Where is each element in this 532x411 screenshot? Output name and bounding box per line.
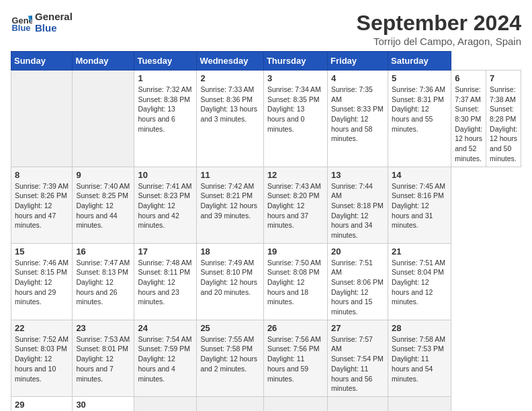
day-info: Sunrise: 7:33 AMSunset: 8:36 PMDaylight:…: [200, 85, 260, 124]
day-number: 17: [138, 246, 193, 257]
day-info: Sunrise: 7:37 AMSunset: 8:30 PMDaylight:…: [455, 85, 482, 164]
calendar-cell: 16Sunrise: 7:47 AMSunset: 8:13 PMDayligh…: [73, 243, 134, 320]
day-number: 8: [15, 170, 69, 180]
day-number: 27: [331, 323, 384, 333]
calendar-cell: 4Sunrise: 7:35 AMSunset: 8:33 PMDaylight…: [328, 71, 388, 167]
day-number: 6: [455, 73, 482, 83]
svg-text:Blue: Blue: [12, 23, 31, 33]
day-info: Sunrise: 7:46 AMSunset: 8:15 PMDaylight:…: [15, 258, 69, 307]
calendar-cell: 13Sunrise: 7:44 AMSunset: 8:18 PMDayligh…: [328, 167, 388, 243]
calendar-cell: 28Sunrise: 7:58 AMSunset: 7:53 PMDayligh…: [388, 320, 451, 396]
calendar-header-thursday: Thursday: [263, 52, 327, 71]
day-number: 13: [331, 170, 384, 180]
day-info: Sunrise: 7:36 AMSunset: 8:31 PMDaylight:…: [392, 85, 447, 134]
day-info: Sunrise: 7:44 AMSunset: 8:18 PMDaylight:…: [331, 181, 384, 240]
day-info: Sunrise: 7:34 AMSunset: 8:35 PMDaylight:…: [267, 85, 324, 134]
calendar-cell: 19Sunrise: 7:50 AMSunset: 8:08 PMDayligh…: [263, 243, 327, 320]
calendar-cell: 6Sunrise: 7:37 AMSunset: 8:30 PMDaylight…: [451, 71, 486, 167]
day-info: Sunrise: 7:51 AMSunset: 8:06 PMDaylight:…: [331, 258, 384, 317]
day-number: 22: [15, 323, 69, 333]
calendar-header-saturday: Saturday: [388, 52, 451, 71]
day-info: Sunrise: 7:49 AMSunset: 8:10 PMDaylight:…: [200, 258, 260, 298]
logo-icon: General Blue: [11, 11, 32, 33]
day-number: 10: [138, 170, 193, 180]
day-info: Sunrise: 7:52 AMSunset: 8:03 PMDaylight:…: [15, 334, 69, 383]
calendar-cell: 14Sunrise: 7:45 AMSunset: 8:16 PMDayligh…: [388, 167, 451, 243]
day-info: Sunrise: 7:48 AMSunset: 8:11 PMDaylight:…: [138, 258, 193, 307]
logo-general: General: [35, 11, 73, 22]
day-info: Sunrise: 7:32 AMSunset: 8:38 PMDaylight:…: [138, 85, 193, 134]
day-number: 3: [267, 73, 324, 83]
day-number: 5: [392, 73, 447, 83]
calendar-cell: 26Sunrise: 7:56 AMSunset: 7:56 PMDayligh…: [263, 320, 327, 396]
calendar-cell: 2Sunrise: 7:33 AMSunset: 8:36 PMDaylight…: [197, 71, 264, 167]
calendar-header-row: SundayMondayTuesdayWednesdayThursdayFrid…: [11, 52, 521, 71]
day-info: Sunrise: 7:42 AMSunset: 8:21 PMDaylight:…: [200, 181, 260, 221]
calendar-cell: [134, 396, 197, 411]
day-number: 1: [138, 73, 193, 83]
day-info: Sunrise: 7:47 AMSunset: 8:13 PMDaylight:…: [76, 258, 130, 307]
calendar-cell: 10Sunrise: 7:41 AMSunset: 8:23 PMDayligh…: [134, 167, 197, 243]
logo: General Blue General Blue: [11, 11, 73, 34]
day-number: 4: [331, 73, 384, 83]
calendar-cell: [388, 396, 451, 411]
calendar-cell: 20Sunrise: 7:51 AMSunset: 8:06 PMDayligh…: [328, 243, 388, 320]
calendar-cell: 23Sunrise: 7:53 AMSunset: 8:01 PMDayligh…: [73, 320, 134, 396]
calendar-cell: 15Sunrise: 7:46 AMSunset: 8:15 PMDayligh…: [11, 243, 73, 320]
day-info: Sunrise: 7:50 AMSunset: 8:08 PMDaylight:…: [267, 258, 324, 307]
location: Torrijo del Campo, Aragon, Spain: [357, 36, 521, 47]
day-number: 29: [15, 400, 69, 410]
calendar-header-wednesday: Wednesday: [197, 52, 264, 71]
calendar-cell: 22Sunrise: 7:52 AMSunset: 8:03 PMDayligh…: [11, 320, 73, 396]
day-number: 12: [267, 170, 324, 180]
day-info: Sunrise: 7:41 AMSunset: 8:23 PMDaylight:…: [138, 181, 193, 230]
calendar-cell: 11Sunrise: 7:42 AMSunset: 8:21 PMDayligh…: [197, 167, 264, 243]
day-number: 11: [200, 170, 260, 180]
day-number: 23: [76, 323, 130, 333]
day-number: 18: [200, 246, 260, 257]
calendar-header-monday: Monday: [73, 52, 134, 71]
day-number: 24: [138, 323, 193, 333]
calendar-cell: [73, 71, 134, 167]
day-number: 16: [76, 246, 130, 257]
calendar-cell: 5Sunrise: 7:36 AMSunset: 8:31 PMDaylight…: [388, 71, 451, 167]
calendar-cell: 8Sunrise: 7:39 AMSunset: 8:26 PMDaylight…: [11, 167, 73, 243]
day-info: Sunrise: 7:56 AMSunset: 7:56 PMDaylight:…: [267, 334, 324, 383]
calendar-cell: 7Sunrise: 7:38 AMSunset: 8:28 PMDaylight…: [486, 71, 521, 167]
day-info: Sunrise: 7:54 AMSunset: 7:59 PMDaylight:…: [138, 334, 193, 383]
calendar-cell: 9Sunrise: 7:40 AMSunset: 8:25 PMDaylight…: [73, 167, 134, 243]
day-number: 14: [392, 170, 447, 180]
day-number: 19: [267, 246, 324, 257]
calendar-cell: 3Sunrise: 7:34 AMSunset: 8:35 PMDaylight…: [263, 71, 327, 167]
day-info: Sunrise: 7:39 AMSunset: 8:26 PMDaylight:…: [15, 181, 69, 230]
day-info: Sunrise: 7:51 AMSunset: 8:04 PMDaylight:…: [392, 258, 447, 307]
calendar-cell: 29Sunrise: 7:59 AMSunset: 7:51 PMDayligh…: [11, 396, 73, 411]
calendar-cell: 18Sunrise: 7:49 AMSunset: 8:10 PMDayligh…: [197, 243, 264, 320]
day-number: 30: [76, 400, 130, 410]
day-info: Sunrise: 7:57 AMSunset: 7:54 PMDaylight:…: [331, 334, 384, 394]
calendar-cell: 12Sunrise: 7:43 AMSunset: 8:20 PMDayligh…: [263, 167, 327, 243]
day-info: Sunrise: 7:45 AMSunset: 8:16 PMDaylight:…: [392, 181, 447, 230]
calendar-cell: 24Sunrise: 7:54 AMSunset: 7:59 PMDayligh…: [134, 320, 197, 396]
day-number: 20: [331, 246, 384, 257]
calendar-cell: 27Sunrise: 7:57 AMSunset: 7:54 PMDayligh…: [328, 320, 388, 396]
day-info: Sunrise: 7:38 AMSunset: 8:28 PMDaylight:…: [490, 85, 517, 164]
day-number: 26: [267, 323, 324, 333]
calendar-cell: [263, 396, 327, 411]
day-number: 28: [392, 323, 447, 333]
calendar-header-tuesday: Tuesday: [134, 52, 197, 71]
page-header: General Blue General Blue September 2024…: [11, 11, 521, 47]
day-info: Sunrise: 7:43 AMSunset: 8:20 PMDaylight:…: [267, 181, 324, 230]
day-info: Sunrise: 7:58 AMSunset: 7:53 PMDaylight:…: [392, 334, 447, 383]
day-number: 2: [200, 73, 260, 83]
calendar-cell: 17Sunrise: 7:48 AMSunset: 8:11 PMDayligh…: [134, 243, 197, 320]
calendar-table: SundayMondayTuesdayWednesdayThursdayFrid…: [11, 51, 521, 411]
day-info: Sunrise: 7:55 AMSunset: 7:58 PMDaylight:…: [200, 334, 260, 374]
calendar-cell: [11, 71, 73, 167]
day-number: 21: [392, 246, 447, 257]
logo-blue: Blue: [35, 22, 73, 34]
title-block: September 2024 Torrijo del Campo, Aragon…: [357, 11, 521, 47]
day-info: Sunrise: 7:40 AMSunset: 8:25 PMDaylight:…: [76, 181, 130, 230]
calendar-header-sunday: Sunday: [11, 52, 73, 71]
calendar-cell: 1Sunrise: 7:32 AMSunset: 8:38 PMDaylight…: [134, 71, 197, 167]
